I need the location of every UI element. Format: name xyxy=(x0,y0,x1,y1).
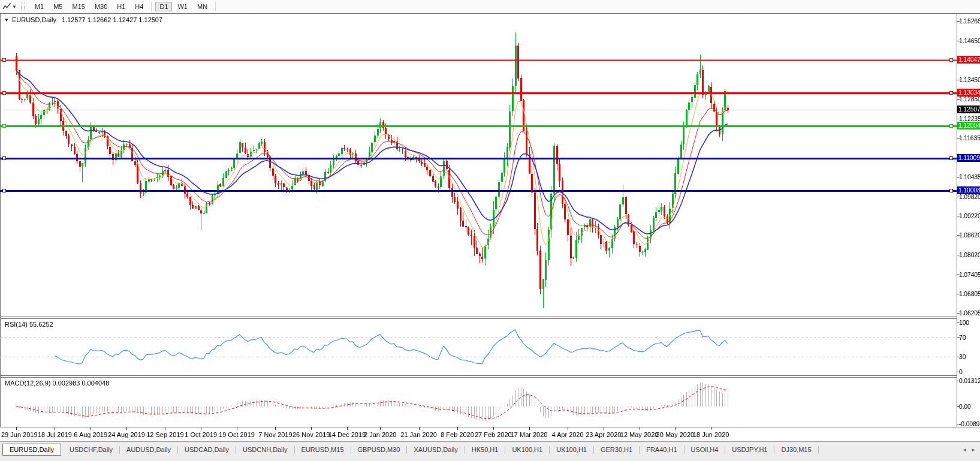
rsi-axis-tick: 70 xyxy=(959,334,966,341)
price-axis-tick: 1.11635 xyxy=(959,134,980,141)
dropdown-caret-icon[interactable]: ▼ xyxy=(12,4,17,10)
price-axis-tick: 1.06805 xyxy=(959,290,980,297)
chart-tab-gbpusd-m30[interactable]: GBPUSD,M30 xyxy=(351,444,407,456)
date-axis-label: 26 Nov 2019 xyxy=(293,431,330,438)
level-price-badge: 1.14047 xyxy=(957,56,980,64)
chart-tab-audusd-daily[interactable]: AUDUSD,Daily xyxy=(120,444,177,456)
date-axis-label: 17 Mar 2020 xyxy=(511,431,548,438)
macd-axis-tick: 0.00 xyxy=(959,403,971,410)
chart-tab-usdjpy-h1[interactable]: USDJPY,H1 xyxy=(725,444,774,456)
date-axis-label: 1 Oct 2019 xyxy=(185,431,217,438)
chart-tab-fra40-h1[interactable]: FRA40,H1 xyxy=(640,444,683,456)
date-axis-label: 18 Jul 2019 xyxy=(38,431,72,438)
price-axis-tick: 1.12235 xyxy=(959,115,980,122)
date-axis-label: 21 Jan 2020 xyxy=(400,431,437,438)
macd-axis-tick: 0.013121 xyxy=(959,377,980,384)
chart-tab-xauusd-daily[interactable]: XAUUSD,Daily xyxy=(407,444,464,456)
chart-tab-usdcad-daily[interactable]: USDCAD,Daily xyxy=(178,444,236,456)
date-axis-label: 30 May 2020 xyxy=(656,431,695,438)
price-axis-tick: 1.15265 xyxy=(959,17,980,25)
macd-axis-tick: -0.00893 xyxy=(959,420,980,427)
date-axis-label: 27 Feb 2020 xyxy=(475,431,512,438)
level-price-badge: 1.12004 xyxy=(957,122,980,129)
timeframe-button-w1[interactable]: W1 xyxy=(173,2,192,11)
price-axis-tick: 1.07405 xyxy=(959,271,980,278)
timeframe-button-m30[interactable]: M30 xyxy=(91,2,111,11)
level-price-badge: 1.11009 xyxy=(957,154,980,162)
rsi-axis-tick: 0 xyxy=(959,368,963,375)
chart-tab-uk100-h1[interactable]: UK100,H1 xyxy=(505,444,549,456)
price-axis-tick: 1.13450 xyxy=(959,76,980,83)
chart-tab-eurusd-daily[interactable]: EURUSD,Daily xyxy=(2,444,61,456)
date-axis-label: 12 May 2020 xyxy=(620,431,659,438)
timeframe-button-d1[interactable]: D1 xyxy=(155,2,172,11)
tab-scroll-nav: ◄ ► xyxy=(962,447,976,453)
date-axis-label: 24 Aug 2019 xyxy=(108,431,145,438)
date-axis-label: 18 Jun 2020 xyxy=(693,431,729,438)
chart-tab-usdcnh-daily[interactable]: USDCNH,Daily xyxy=(236,444,294,456)
rsi-label: RSI(14) 55.6252 xyxy=(5,321,53,328)
timeframe-button-mn[interactable]: MN xyxy=(193,2,212,11)
toolbar-grip xyxy=(21,2,25,11)
tab-scroll-right-icon[interactable]: ► xyxy=(971,447,976,453)
rsi-axis-tick: 30 xyxy=(959,353,966,360)
date-axis-label: 23 Apr 2020 xyxy=(586,431,621,438)
timeframe-button-m15[interactable]: M15 xyxy=(68,2,89,11)
toolbar-separator xyxy=(215,2,216,11)
tab-scroll-left-icon[interactable]: ◄ xyxy=(962,447,967,453)
price-axis-tick: 1.08620 xyxy=(959,231,980,239)
level-price-badge: 1.10008 xyxy=(957,186,980,194)
chart-tab-eurusd-m15[interactable]: EURUSD,M15 xyxy=(295,444,351,456)
chart-title: ▼EURUSD,Daily1.12577 1.12662 1.12427 1.1… xyxy=(4,16,162,23)
chart-tab-uk100-h1[interactable]: UK100,H1 xyxy=(550,444,593,456)
toolbar-separator xyxy=(151,2,152,11)
date-axis-label: 29 Jun 2019 xyxy=(1,431,38,438)
date-axis-label: 14 Dec 2019 xyxy=(328,431,366,438)
date-axis-label: 19 Oct 2019 xyxy=(219,431,255,438)
timeframe-button-m1[interactable]: M1 xyxy=(31,2,48,11)
price-axis-tick: 1.10435 xyxy=(959,173,980,180)
date-axis-label: 4 Apr 2020 xyxy=(551,431,583,438)
rsi-axis-tick: 100 xyxy=(959,319,969,326)
chart-tabs: EURUSD,DailyUSDCHF,DailyAUDUSD,DailyUSDC… xyxy=(0,442,980,457)
current-price-badge: 1.12507 xyxy=(957,106,980,113)
chart-line-tool-icon[interactable] xyxy=(2,2,11,11)
level-price-badge: 1.13034 xyxy=(957,89,980,97)
chart-overlay: ▼EURUSD,Daily1.12577 1.12662 1.12427 1.1… xyxy=(0,0,980,461)
chart-ohlc-values: 1.12577 1.12662 1.12427 1.12507 xyxy=(62,16,162,23)
date-axis-label: 12 Sep 2019 xyxy=(146,431,183,438)
chart-tab-bar: EURUSD,DailyUSDCHF,DailyAUDUSD,DailyUSDC… xyxy=(0,441,980,461)
timeframe-button-h1[interactable]: H1 xyxy=(113,2,129,11)
date-axis-label: 6 Aug 2019 xyxy=(74,431,107,438)
chart-tab-ger30-h1[interactable]: GER30,H1 xyxy=(594,444,639,456)
trading-app-window: ▼ M1M5M15M30H1H4D1W1MN ▼EURUSD,Daily1.12… xyxy=(0,0,980,461)
price-axis-tick: 1.08020 xyxy=(959,251,980,258)
timeframe-buttons: M1M5M15M30H1H4D1W1MN xyxy=(30,0,219,13)
timeframe-toolbar: ▼ M1M5M15M30H1H4D1W1MN xyxy=(0,0,980,13)
macd-label: MACD(12,26,9) 0.002983 0.004048 xyxy=(5,379,109,387)
date-axis-label: 7 Nov 2019 xyxy=(258,431,292,438)
chart-tab-hk50-h1[interactable]: HK50,H1 xyxy=(465,444,505,456)
chart-tab-usdchf-daily[interactable]: USDCHF,Daily xyxy=(63,444,119,456)
tab-separator xyxy=(818,446,819,454)
date-axis-label: 8 Feb 2020 xyxy=(441,431,474,438)
price-axis-tick: 1.06205 xyxy=(959,309,980,317)
date-axis-label: 2 Jan 2020 xyxy=(364,431,396,438)
timeframe-button-h4[interactable]: H4 xyxy=(131,2,147,11)
chart-tab-dj30-m15[interactable]: DJ30,M15 xyxy=(774,444,818,456)
price-axis-tick: 1.09220 xyxy=(959,212,980,219)
symbol-dropdown-icon[interactable]: ▼ xyxy=(4,17,9,23)
price-axis-tick: 1.14650 xyxy=(959,37,980,44)
chart-symbol-period: EURUSD,Daily xyxy=(12,16,56,23)
chart-tab-usoil-h4[interactable]: USOil,H4 xyxy=(685,444,725,456)
timeframe-button-m5[interactable]: M5 xyxy=(49,2,67,11)
